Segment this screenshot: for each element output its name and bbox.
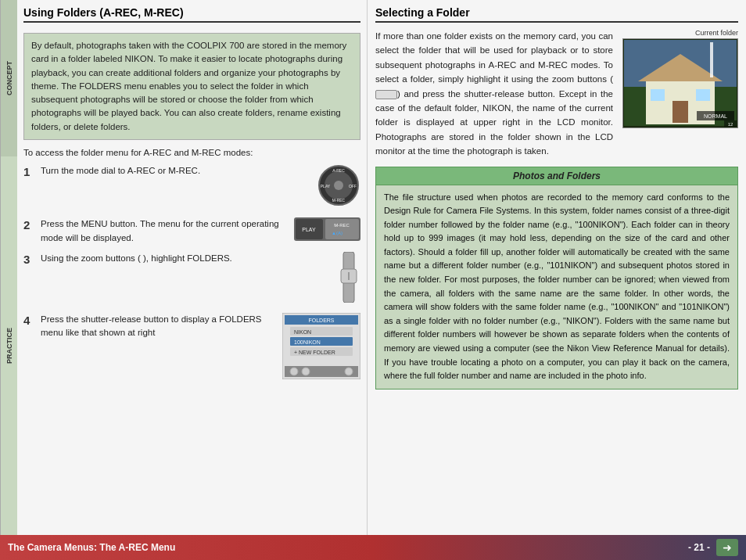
svg-text:PLAY: PLAY (321, 184, 331, 188)
photos-folders-body: The file structure used when photos are … (375, 185, 738, 389)
svg-text:OFF: OFF (349, 184, 357, 188)
left-column: CONCEPT PRACTICE Using Folders (A-REC, M… (0, 0, 368, 535)
svg-point-28 (345, 368, 353, 375)
step-4: 4 Press the shutter-release button to di… (23, 313, 360, 383)
svg-text:M-REC: M-REC (334, 223, 350, 228)
play-rec-image: PLAY M-REC ▲(A) (294, 217, 360, 245)
zoom-slider-image (337, 252, 360, 307)
svg-text:NIKON: NIKON (294, 329, 311, 335)
svg-rect-35 (651, 89, 665, 101)
footer-page: - 21 - ➜ (688, 539, 738, 556)
current-folder-label: Current folder (695, 29, 738, 37)
practice-section: To access the folder menu for A-REC and … (23, 146, 360, 383)
photos-folders-header: Photos and Folders (375, 167, 738, 185)
concept-label: CONCEPT (0, 0, 17, 156)
folder-menu-image: FOLDERS NIKON 100NIKON + NEW FOLDER (282, 313, 360, 383)
step-2-text: Press the MENU button. The menu for the … (41, 217, 288, 245)
svg-text:A-REC: A-REC (332, 168, 345, 173)
svg-text:M-REC: M-REC (332, 198, 346, 203)
practice-label: PRACTICE (0, 156, 17, 535)
step-1: 1 Turn the mode dial to A-REC or M-REC. (23, 164, 360, 211)
main-content: CONCEPT PRACTICE Using Folders (A-REC, M… (0, 0, 746, 535)
svg-text:12: 12 (728, 122, 733, 127)
footer: The Camera Menus: The A-REC Menu - 21 - … (0, 535, 746, 560)
step-4-content: Press the shutter-release button to disp… (41, 313, 360, 383)
step-3-num: 3 (23, 252, 36, 267)
camera-screen-svg: NORMAL 12 (622, 38, 738, 128)
svg-text:FOLDERS: FOLDERS (308, 318, 334, 323)
step-3-content: Using the zoom buttons ( ), highlight FO… (41, 252, 360, 307)
left-main: Using Folders (A-REC, M-REC) By default,… (17, 0, 367, 535)
svg-text:100NIKON: 100NIKON (294, 339, 321, 345)
camera-dial-image: A-REC OFF PLAY M-REC (317, 164, 360, 211)
photos-folders-text: The file structure used when photos are … (384, 192, 730, 381)
step-4-text: Press the shutter-release button to disp… (41, 313, 276, 340)
svg-point-2 (334, 181, 343, 190)
page-container: CONCEPT PRACTICE Using Folders (A-REC, M… (0, 0, 746, 560)
left-section-header: Using Folders (A-REC, M-REC) (23, 6, 360, 23)
concept-text: By default, photographs taken with the C… (31, 41, 346, 131)
svg-text:NORMAL: NORMAL (704, 113, 727, 119)
step-1-text: Turn the mode dial to A-REC or M-REC. (41, 164, 311, 178)
right-column: Selecting a Folder If more than one fold… (368, 0, 746, 535)
svg-text:PLAY: PLAY (302, 227, 316, 232)
footer-page-num: - 21 - (688, 542, 710, 553)
left-inner: CONCEPT PRACTICE Using Folders (A-REC, M… (0, 0, 367, 535)
right-header: Selecting a Folder (375, 6, 738, 23)
step-3-text: Using the zoom buttons ( ), highlight FO… (41, 252, 331, 265)
photos-folders-section: Photos and Folders The file structure us… (375, 167, 738, 529)
svg-rect-34 (672, 101, 688, 123)
svg-rect-36 (696, 89, 710, 101)
selecting-text: If more than one folder exists on the me… (375, 29, 613, 159)
svg-rect-10 (325, 219, 359, 239)
practice-intro: To access the folder menu for A-REC and … (23, 146, 360, 160)
side-labels: CONCEPT PRACTICE (0, 0, 17, 535)
svg-rect-37 (710, 42, 713, 77)
step-2: 2 Press the MENU button. The menu for th… (23, 217, 360, 245)
right-top: If more than one folder exists on the me… (375, 29, 738, 159)
step-1-content: Turn the mode dial to A-REC or M-REC. (41, 164, 360, 211)
step-2-content: Press the MENU button. The menu for the … (41, 217, 360, 245)
step-3: 3 Using the zoom buttons ( ), highlight … (23, 252, 360, 307)
zoom-button-inline (375, 90, 397, 99)
step-4-num: 4 (23, 313, 36, 328)
svg-point-26 (290, 368, 298, 375)
footer-title: The Camera Menus: The A-REC Menu (8, 542, 175, 553)
footer-next-arrow[interactable]: ➜ (716, 539, 738, 556)
concept-box: By default, photographs taken with the C… (23, 33, 360, 140)
steps: 1 Turn the mode dial to A-REC or M-REC. (23, 164, 360, 383)
camera-preview: Current folder (621, 29, 738, 159)
svg-text:▲(A): ▲(A) (332, 231, 343, 235)
step-1-num: 1 (23, 164, 36, 180)
svg-point-27 (302, 368, 310, 375)
step-2-num: 2 (23, 217, 36, 233)
svg-text:+ NEW FOLDER: + NEW FOLDER (294, 350, 335, 355)
